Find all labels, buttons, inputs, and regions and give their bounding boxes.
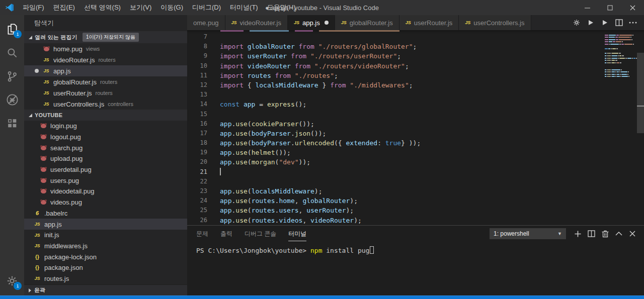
tab-userRouter-js[interactable]: JSuserRouter.js bbox=[399, 15, 459, 30]
code-line[interactable]: 23app.use(localsMiddleware); bbox=[187, 186, 602, 196]
tab-ome-pug[interactable]: ome.pug bbox=[187, 15, 225, 30]
tree-file-item[interactable]: {}package-lock.json bbox=[24, 251, 187, 262]
code-line[interactable]: 12import { localsMiddleware } from "./mi… bbox=[187, 80, 602, 90]
panel-tab-출력[interactable]: 출력 bbox=[220, 227, 232, 241]
tree-file-item[interactable]: users.pug bbox=[24, 175, 187, 186]
tab-videoRouter-js[interactable]: JSvideoRouter.js bbox=[225, 15, 288, 30]
project-section-header[interactable]: YOUTUBE bbox=[24, 110, 187, 121]
minimize-button[interactable] bbox=[576, 0, 599, 15]
menu-item[interactable]: 이동(G) bbox=[156, 4, 188, 11]
pug-file-icon bbox=[42, 47, 50, 51]
code-line[interactable]: 22 bbox=[187, 177, 602, 186]
tree-file-item[interactable]: search.pug bbox=[24, 142, 187, 153]
more-actions-icon[interactable] bbox=[626, 15, 640, 30]
terminal-content[interactable]: PS C:\Users\Jongbok\youtube> npm install… bbox=[187, 242, 644, 295]
minimap-line bbox=[605, 64, 637, 65]
status-bar[interactable] bbox=[0, 295, 644, 299]
panel-tab-문제[interactable]: 문제 bbox=[196, 227, 208, 241]
open-editor-item[interactable]: JSuserRouter.jsrouters bbox=[24, 87, 187, 98]
tree-file-item[interactable]: 6.babelrc bbox=[24, 208, 187, 219]
run-code-icon[interactable] bbox=[584, 15, 598, 30]
tab-userControllers-js[interactable]: JSuserControllers.js bbox=[459, 15, 531, 30]
open-settings-icon[interactable] bbox=[570, 15, 584, 30]
maximize-button[interactable] bbox=[599, 0, 621, 15]
close-button[interactable] bbox=[621, 0, 644, 15]
scrollbar-thumb[interactable] bbox=[637, 53, 644, 133]
babel-file-icon: 6 bbox=[33, 210, 41, 216]
menu-item[interactable]: 파일(F) bbox=[18, 4, 49, 11]
open-editor-item[interactable]: JSvideoRouter.jsrouters bbox=[24, 54, 187, 65]
menu-item[interactable]: 선택 영역(S) bbox=[79, 4, 125, 11]
code-text: import userRouter from "./routers/userRo… bbox=[207, 51, 401, 61]
code-line[interactable]: 16app.use(cookieParser()); bbox=[187, 119, 602, 129]
terminal-shell-select[interactable]: 1: powershell ▼ bbox=[490, 228, 566, 239]
code-line[interactable]: 11import routes from "./routes"; bbox=[187, 71, 602, 80]
split-terminal-icon[interactable] bbox=[585, 227, 598, 241]
code-line[interactable]: 18app.use(bodyParser.urlencoded({ extend… bbox=[187, 138, 602, 148]
search-icon[interactable] bbox=[0, 41, 24, 64]
menu-item[interactable]: 편집(E) bbox=[49, 4, 79, 11]
minimap-line bbox=[605, 51, 637, 52]
menubar: 파일(F)편집(E)선택 영역(S)보기(V)이동(G)디버그(D)터미널(T)… bbox=[18, 0, 300, 15]
minimap[interactable] bbox=[605, 32, 637, 78]
source-control-icon[interactable] bbox=[0, 64, 24, 88]
settings-badge: 1 bbox=[14, 282, 22, 290]
outline-section-header[interactable]: 윤곽 bbox=[24, 284, 187, 295]
code-line[interactable]: 15 bbox=[187, 110, 602, 119]
tree-file-item[interactable]: videos.pug bbox=[24, 197, 187, 208]
code-editor[interactable]: 78import globalRouter from "./routers/gl… bbox=[187, 30, 644, 225]
settings-gear-icon[interactable]: 1 bbox=[0, 269, 24, 292]
pug-file-icon bbox=[39, 189, 47, 193]
tree-file-item[interactable]: {}package.json bbox=[24, 262, 187, 273]
code-line[interactable]: 17app.use(bodyParser.json()); bbox=[187, 129, 602, 138]
code-line[interactable]: 21 bbox=[187, 167, 602, 177]
new-terminal-icon[interactable] bbox=[571, 227, 585, 241]
tab-app-js[interactable]: JSapp.js bbox=[288, 15, 335, 30]
extensions-icon[interactable] bbox=[0, 112, 24, 135]
tab-globalRouter-js[interactable]: JSglobalRouter.js bbox=[335, 15, 399, 30]
code-line[interactable]: 13 bbox=[187, 90, 602, 99]
debug-icon[interactable] bbox=[0, 88, 24, 112]
split-editor-icon[interactable] bbox=[612, 15, 626, 30]
open-editors-header[interactable]: 열려 있는 편집기 1이(가) 저장되지 않음 bbox=[24, 31, 187, 43]
code-line[interactable]: 10import videoRouter from "./routers/vid… bbox=[187, 61, 602, 71]
tree-file-item[interactable]: upload.pug bbox=[24, 153, 187, 164]
code-line[interactable]: 7 bbox=[187, 32, 602, 42]
kill-terminal-trash-icon[interactable] bbox=[598, 227, 612, 241]
menu-item[interactable]: 디버그(D) bbox=[188, 4, 225, 11]
panel-tab-터미널[interactable]: 터미널 bbox=[288, 227, 306, 241]
open-editor-item[interactable]: JSglobalRouter.jsrouters bbox=[24, 76, 187, 87]
tree-file-item[interactable]: JSmiddlewares.js bbox=[24, 241, 187, 252]
code-line[interactable]: 8import globalRouter from "./routers/glo… bbox=[187, 42, 602, 51]
code-line[interactable]: 24app.use(routes.home, globalRouter); bbox=[187, 196, 602, 206]
open-editor-item[interactable]: home.pugviews bbox=[24, 43, 187, 54]
code-line[interactable]: 14const app = express(); bbox=[187, 99, 602, 109]
tree-file-item[interactable]: userdetail.pug bbox=[24, 164, 187, 175]
code-line[interactable]: 9import userRouter from "./routers/userR… bbox=[187, 51, 602, 61]
open-editor-dirname: routers bbox=[96, 90, 113, 96]
maximize-panel-icon[interactable] bbox=[612, 227, 625, 241]
window-title: ● app.js - youtube - Visual Studio Code bbox=[265, 4, 379, 12]
tree-file-item[interactable]: login.pug bbox=[24, 121, 187, 132]
menu-item[interactable]: 보기(V) bbox=[125, 4, 156, 11]
code-line[interactable]: 26app.use(routes.videos, videoRouter); bbox=[187, 216, 602, 225]
line-number: 9 bbox=[187, 51, 207, 61]
code-line[interactable]: 20app.use(morgan("dev")); bbox=[187, 157, 602, 167]
open-editor-item[interactable]: JSapp.js bbox=[24, 65, 187, 76]
open-editor-item[interactable]: JSuserControllers.jscontrollers bbox=[24, 98, 187, 110]
code-line[interactable]: 25app.use(routes.users, userRouter); bbox=[187, 206, 602, 215]
tree-file-item[interactable]: JSapp.js bbox=[24, 219, 187, 230]
tree-file-item[interactable]: JSroutes.js bbox=[24, 273, 187, 284]
tree-file-item[interactable]: videodetail.pug bbox=[24, 186, 187, 197]
explorer-icon[interactable]: 1 bbox=[0, 17, 24, 41]
editor-scrollbar[interactable] bbox=[637, 30, 644, 225]
menu-item[interactable]: 터미널(T) bbox=[225, 4, 263, 11]
code-line[interactable]: 19app.use(helmet()); bbox=[187, 148, 602, 157]
tree-file-item[interactable]: JSinit.js bbox=[24, 230, 187, 241]
tree-file-item[interactable]: logout.pug bbox=[24, 132, 187, 143]
minimap-line bbox=[605, 39, 637, 40]
minimap-line bbox=[605, 37, 637, 38]
start-debug-icon[interactable] bbox=[598, 15, 612, 30]
panel-tab-디버그-콘솔[interactable]: 디버그 콘솔 bbox=[245, 227, 276, 241]
close-panel-icon[interactable] bbox=[625, 227, 639, 241]
